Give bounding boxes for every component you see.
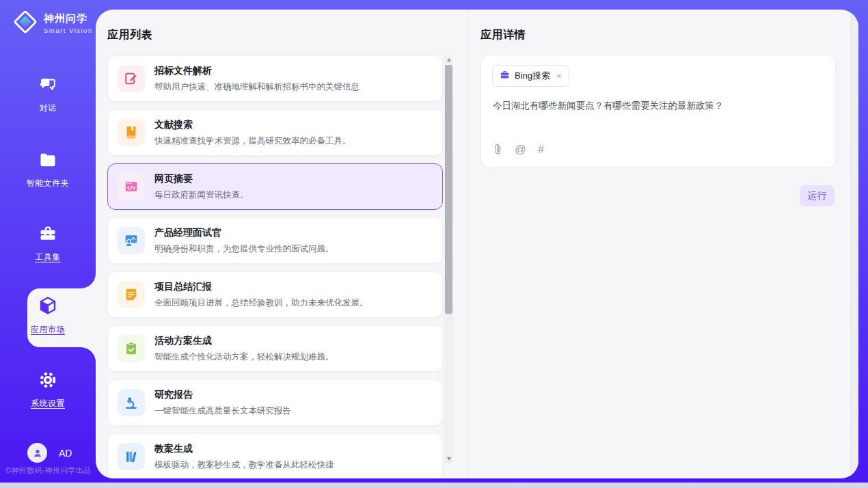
attachment-toolbar: @ # bbox=[493, 143, 544, 155]
app-desc: 帮助用户快速、准确地理解和解析招标书中的关键信息 bbox=[154, 81, 360, 93]
app-desc: 全面回顾项目进展，总结经验教训，助力未来优化发展。 bbox=[154, 297, 368, 309]
user-account[interactable]: AD bbox=[27, 443, 72, 463]
prompt-input-card[interactable]: Bing搜索 × 今日湖北有哪些新闻要点？有哪些需要关注的最新政策？ @ # bbox=[480, 55, 836, 168]
scrollbar-thumb[interactable] bbox=[445, 65, 452, 314]
app-list-scrollbar[interactable] bbox=[444, 55, 453, 463]
app-title: 教案生成 bbox=[154, 443, 334, 455]
sidebar-item-settings[interactable]: 系统设置 bbox=[0, 370, 96, 409]
app-desc: 一键智能生成高质量长文本研究报告 bbox=[154, 405, 291, 417]
app-card-pm-interviewer[interactable]: 产品经理面试官 明确身份和职责，为您提供专业性的面试问题。 bbox=[107, 217, 443, 264]
copyright-text: ©神州数码·神州问学出品 bbox=[5, 465, 91, 476]
folder-icon bbox=[38, 150, 57, 172]
app-title: 活动方案生成 bbox=[154, 335, 334, 347]
diamond-logo-icon bbox=[12, 9, 38, 38]
presenter-icon bbox=[118, 227, 145, 254]
sidebar-item-chat[interactable]: 对话 bbox=[0, 75, 96, 114]
avatar bbox=[27, 443, 47, 463]
sidebar-item-label: 智能文件夹 bbox=[27, 178, 70, 189]
app-card-research-report[interactable]: 研究报告 一键智能生成高质量长文本研究报告 bbox=[107, 379, 443, 426]
book-icon bbox=[118, 119, 145, 146]
sidebar-item-label: 系统设置 bbox=[31, 398, 65, 409]
memo-icon bbox=[118, 281, 145, 308]
app-card-literature-search[interactable]: 文献搜索 快速精准查找学术资源，提高研究效率的必备工具。 bbox=[107, 109, 443, 156]
app-card-lesson-plan[interactable]: 教案生成 模板驱动，教案秒生成，教学准备从此轻松快捷 bbox=[107, 433, 443, 478]
books-icon bbox=[118, 443, 145, 470]
tool-tag-label: Bing搜索 bbox=[515, 70, 550, 82]
sidebar-item-app-market[interactable]: 应用市场 bbox=[0, 295, 96, 336]
app-desc: 快速精准查找学术资源，提高研究效率的必备工具。 bbox=[154, 135, 351, 147]
bubble-notch-top bbox=[78, 271, 96, 288]
sidebar-item-label: 应用市场 bbox=[31, 324, 65, 336]
app-detail-title: 应用详情 bbox=[480, 28, 526, 42]
bubble-notch-bottom bbox=[78, 347, 96, 365]
tool-tag-bing-search[interactable]: Bing搜索 × bbox=[492, 65, 569, 87]
app-desc: 每日政府新闻资讯快查。 bbox=[154, 189, 249, 201]
clipboard-check-icon bbox=[118, 335, 145, 362]
app-detail-panel: 应用详情 Bing搜索 × 今日湖北有哪些新闻要点？有哪些需要关注的最新政策？ bbox=[467, 10, 858, 478]
app-desc: 模板驱动，教案秒生成，教学准备从此轻松快捷 bbox=[154, 459, 334, 471]
scroll-down-arrow-icon[interactable] bbox=[444, 454, 453, 463]
run-button[interactable]: 运行 bbox=[800, 185, 835, 206]
app-title: 网页摘要 bbox=[154, 173, 249, 185]
app-card-project-summary[interactable]: 项目总结汇报 全面回顾项目进展，总结经验教训，助力未来优化发展。 bbox=[107, 271, 443, 318]
app-desc: 明确身份和职责，为您提供专业性的面试问题。 bbox=[154, 243, 334, 255]
microscope-icon bbox=[118, 389, 145, 416]
app-window: 神州问学 Smart Vision 对话 智能文件夹 bbox=[0, 0, 868, 488]
brand-name: 神州问学 bbox=[44, 12, 93, 25]
toolbox-icon bbox=[38, 224, 57, 246]
app-title: 文献搜索 bbox=[154, 119, 351, 131]
app-list-title: 应用列表 bbox=[107, 28, 152, 42]
cube-icon bbox=[38, 295, 58, 318]
sidebar-item-label: 工具集 bbox=[35, 252, 61, 263]
sidebar: 神州问学 Smart Vision 对话 智能文件夹 bbox=[0, 0, 96, 483]
user-name: AD bbox=[59, 448, 72, 459]
brand-subtitle: Smart Vision bbox=[44, 27, 93, 34]
sidebar-item-toolset[interactable]: 工具集 bbox=[0, 224, 96, 263]
app-card-web-summary[interactable]: 网页摘要 每日政府新闻资讯快查。 bbox=[107, 163, 443, 210]
gear-icon bbox=[38, 370, 57, 392]
app-title: 项目总结汇报 bbox=[154, 281, 368, 293]
app-card-event-plan[interactable]: 活动方案生成 智能生成个性化活动方案，轻松解决规划难题。 bbox=[107, 325, 443, 372]
paperclip-icon[interactable] bbox=[493, 143, 503, 155]
sidebar-item-smart-folder[interactable]: 智能文件夹 bbox=[0, 150, 96, 189]
scroll-up-arrow-icon[interactable] bbox=[444, 55, 453, 64]
app-title: 研究报告 bbox=[154, 389, 291, 401]
app-card-list: 招标文件解析 帮助用户快速、准确地理解和解析招标书中的关键信息 文献搜索 bbox=[107, 55, 443, 478]
briefcase-icon bbox=[500, 70, 510, 83]
document-edit-icon bbox=[118, 65, 145, 92]
detail-panel-gutter bbox=[850, 10, 858, 478]
app-title: 产品经理面试官 bbox=[154, 227, 334, 239]
tag-close-icon[interactable]: × bbox=[556, 71, 562, 81]
browser-code-icon bbox=[118, 173, 145, 200]
brand-logo: 神州问学 Smart Vision bbox=[12, 9, 93, 38]
app-desc: 智能生成个性化活动方案，轻松解决规划难题。 bbox=[154, 351, 334, 363]
chat-icon bbox=[38, 75, 57, 97]
app-list-panel: 应用列表 招标文件解析 帮助用户快速、准确地理解和解析招标书中的关键信息 bbox=[96, 10, 467, 478]
sidebar-item-label: 对话 bbox=[40, 103, 57, 114]
main-content: 应用列表 招标文件解析 帮助用户快速、准确地理解和解析招标书中的关键信息 bbox=[96, 10, 858, 478]
hash-icon[interactable]: # bbox=[538, 144, 544, 155]
at-icon[interactable]: @ bbox=[515, 144, 526, 155]
prompt-text[interactable]: 今日湖北有哪些新闻要点？有哪些需要关注的最新政策？ bbox=[493, 99, 819, 113]
app-card-bid-document-parsing[interactable]: 招标文件解析 帮助用户快速、准确地理解和解析招标书中的关键信息 bbox=[107, 55, 443, 102]
window-bottom-edge bbox=[0, 483, 868, 488]
app-title: 招标文件解析 bbox=[154, 65, 360, 77]
